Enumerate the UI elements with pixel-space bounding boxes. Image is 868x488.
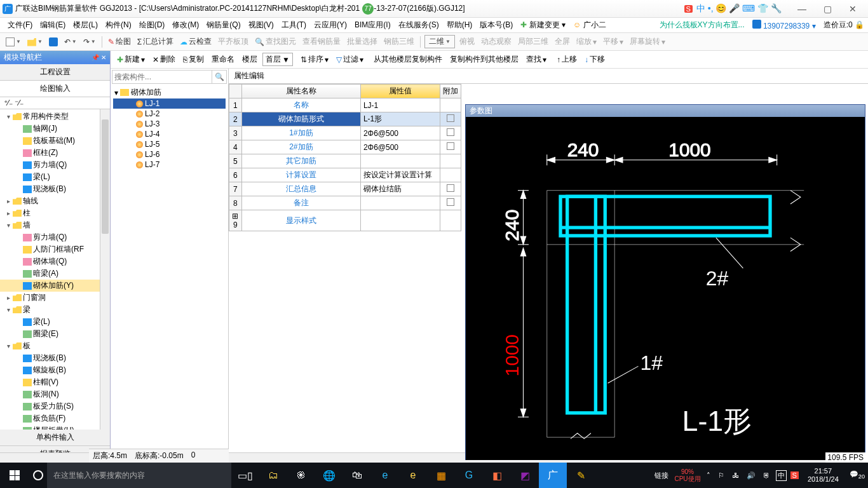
component-list[interactable]: ▾ 砌体加筋 LJ-1 LJ-2 LJ-3 LJ-4 LJ-5 LJ-6 LJ-…: [111, 85, 228, 463]
credits-label[interactable]: 造价豆:0 🔒: [824, 20, 864, 30]
menu-item[interactable]: 编辑(E): [36, 18, 69, 31]
app4-icon[interactable]: ◩: [511, 463, 539, 488]
tb-flat[interactable]: 平齐板顶: [216, 35, 250, 48]
tree-node[interactable]: 现浇板(B): [0, 183, 110, 195]
tree-node[interactable]: 砌体墙(Q): [0, 255, 110, 268]
menu-item[interactable]: 视图(V): [245, 18, 278, 31]
menu-item[interactable]: 帮助(H): [443, 18, 477, 31]
list-root[interactable]: ▾ 砌体加筋: [113, 86, 226, 98]
taskbar-search[interactable]: 在这里输入你要搜索的内容: [47, 463, 231, 488]
pin-icon[interactable]: 📌 ✕: [92, 54, 106, 61]
tree-node[interactable]: ▸ 柱: [0, 207, 110, 219]
tab-single-input[interactable]: 单构件输入: [0, 430, 110, 446]
list-item[interactable]: LJ-1: [113, 98, 226, 109]
prop-row[interactable]: 42#加筋2Φ6@500: [229, 140, 461, 154]
account-phone[interactable]: 13907298339 ▾: [752, 20, 816, 30]
cpu-meter[interactable]: 90%CPU使用: [674, 468, 700, 482]
tree-node[interactable]: ▾ 梁: [0, 304, 110, 316]
tb-overlook[interactable]: 俯视: [458, 35, 477, 48]
tray-notif[interactable]: 💬20: [848, 470, 867, 480]
sogou-icon[interactable]: S: [684, 5, 693, 13]
app2-icon[interactable]: G: [455, 463, 483, 488]
tree-node[interactable]: ▸ 门窗洞: [0, 292, 110, 304]
menu-item[interactable]: 版本号(B): [476, 18, 517, 31]
tree-scrollbar[interactable]: [100, 109, 110, 430]
tb-pan[interactable]: 平移 ▾: [601, 35, 625, 48]
prop-row[interactable]: 5其它加筋: [229, 154, 461, 168]
tree-node[interactable]: 板受力筋(S): [0, 400, 110, 412]
menu-item[interactable]: 在线服务(S): [395, 18, 443, 31]
tb-zoom[interactable]: 缩放 ▾: [574, 35, 599, 48]
collapse-icon[interactable]: ⁻⁄₋: [15, 98, 24, 107]
maximize-button[interactable]: ▢: [815, 2, 840, 16]
ie-icon[interactable]: e: [399, 463, 427, 488]
prop-row[interactable]: 6计算设置按设定计算设置计算: [229, 168, 461, 182]
menu-item[interactable]: 楼层(L): [69, 18, 102, 31]
tray-up-icon[interactable]: ˄: [705, 471, 712, 480]
close-button[interactable]: ✕: [840, 2, 865, 16]
tb-save[interactable]: [47, 36, 60, 48]
tb-redo[interactable]: ↷▼: [81, 36, 98, 48]
cortana-button[interactable]: [29, 470, 47, 480]
menu-user[interactable]: ☺ 广小二: [569, 18, 610, 32]
search-icon[interactable]: 🔍: [212, 71, 226, 83]
menu-item[interactable]: 钢筋量(Q): [203, 18, 244, 31]
tree-node[interactable]: ▸ 轴线: [0, 195, 110, 207]
tray-ime[interactable]: 中: [776, 470, 787, 481]
tree-node[interactable]: ▾ 墙: [0, 219, 110, 231]
prop-row[interactable]: 2砌体加筋形式L-1形: [229, 112, 461, 126]
prop-row[interactable]: ⊞ 9显示样式: [229, 210, 461, 231]
tb-find[interactable]: 🔍查找图元: [253, 35, 298, 48]
expand-icon[interactable]: ⁺⁄₋: [4, 98, 13, 107]
tree-node[interactable]: 筏板基础(M): [0, 135, 110, 147]
list-item[interactable]: LJ-6: [113, 149, 226, 159]
tb-fullscreen[interactable]: 全屏: [553, 35, 572, 48]
start-button[interactable]: [0, 463, 29, 488]
menu-item[interactable]: 修改(M): [168, 18, 203, 31]
menu-item[interactable]: 文件(F): [4, 18, 36, 31]
menu-new-change[interactable]: ✚ 新建变更 ▾: [517, 18, 569, 32]
tree-node[interactable]: 轴网(J): [0, 123, 110, 135]
tray-flag-icon[interactable]: ⚐: [716, 471, 726, 480]
tree-node[interactable]: 人防门框墙(RF: [0, 243, 110, 255]
tree-node[interactable]: 砌体加筋(Y): [0, 280, 110, 292]
tree-node[interactable]: 圈梁(E): [0, 328, 110, 340]
tb-new[interactable]: ▼: [4, 36, 23, 48]
tree-node[interactable]: 剪力墙(Q): [0, 159, 110, 171]
prop-row[interactable]: 7汇总信息砌体拉结筋: [229, 182, 461, 196]
tree-node[interactable]: 框柱(Z): [0, 147, 110, 159]
prop-row[interactable]: 1名称LJ-1: [229, 98, 461, 112]
menu-item[interactable]: 绘图(D): [135, 18, 169, 31]
menu-item[interactable]: 构件(N): [102, 18, 135, 31]
tree-node[interactable]: 柱帽(V): [0, 376, 110, 388]
list-item[interactable]: LJ-4: [113, 129, 226, 139]
minimize-button[interactable]: —: [789, 2, 815, 16]
tree-node[interactable]: ▾ 板: [0, 340, 110, 352]
store-icon[interactable]: 🛍: [343, 463, 371, 488]
tray-link[interactable]: 链接: [653, 471, 670, 480]
tray-sogou-icon[interactable]: S: [790, 471, 799, 479]
nav-tree[interactable]: ▾ 常用构件类型 轴网(J) 筏板基础(M) 框柱(Z) 剪力墙(Q) 梁(L)…: [0, 109, 110, 430]
tb-batch[interactable]: 批量选择: [345, 35, 379, 48]
list-item[interactable]: LJ-2: [113, 109, 226, 119]
task-view-icon[interactable]: ▭▯: [231, 463, 259, 488]
property-table[interactable]: 属性名称 属性值 附加 1名称LJ-12砌体加筋形式L-1形31#加筋2Φ6@5…: [229, 84, 461, 231]
menu-item[interactable]: BIM应用(I): [351, 18, 395, 31]
app3-icon[interactable]: ◧: [483, 463, 511, 488]
tree-node[interactable]: 现浇板(B): [0, 352, 110, 364]
tb-2d-dropdown[interactable]: 二维 ▼: [424, 35, 455, 48]
edge-icon[interactable]: e: [371, 463, 399, 488]
prop-row[interactable]: 8备注: [229, 196, 461, 210]
browser-icon[interactable]: 🌐: [315, 463, 343, 488]
list-item[interactable]: LJ-5: [113, 139, 226, 149]
tree-node[interactable]: 板负筋(F): [0, 412, 110, 424]
tree-node[interactable]: 剪力墙(Q): [0, 231, 110, 243]
app5-icon[interactable]: 广: [539, 463, 567, 488]
tab-draw-input[interactable]: 绘图输入: [0, 81, 110, 97]
tb-local3d[interactable]: 局部三维: [516, 35, 550, 48]
tray-clock[interactable]: 21:572018/1/24: [803, 467, 844, 484]
tray-vol-icon[interactable]: 🔊: [745, 471, 757, 480]
app6-icon[interactable]: ✎: [567, 463, 595, 488]
ime-status-icon[interactable]: 中 •, 😊 🎤 ⌨ 👕 🔧: [696, 3, 782, 15]
tree-node[interactable]: 梁(L): [0, 316, 110, 328]
